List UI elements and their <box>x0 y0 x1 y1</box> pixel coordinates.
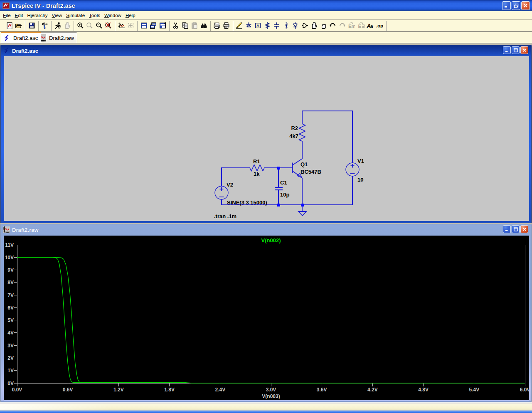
component-icon <box>301 22 308 29</box>
zoom-full-extents-button[interactable] <box>104 21 113 31</box>
zoom-full-extents-icon <box>105 22 112 29</box>
schematic-close-button[interactable] <box>520 46 528 54</box>
status-bar-highlight <box>0 403 112 410</box>
undo-button[interactable] <box>328 21 338 31</box>
zoom-in-button[interactable] <box>76 21 85 31</box>
toolbar-separator <box>137 21 138 31</box>
run-button[interactable] <box>53 21 63 31</box>
halt-button[interactable] <box>63 21 72 31</box>
x-tick-label: 2.4V <box>215 387 225 393</box>
print-preview-button[interactable] <box>212 21 222 31</box>
y-tick-label: 8V <box>7 280 14 285</box>
menu-item-window[interactable]: Window <box>102 12 123 19</box>
ground-button[interactable] <box>244 21 254 31</box>
mirror-icon: Em <box>348 22 355 29</box>
minimize-button[interactable] <box>502 1 511 10</box>
resistor-button[interactable] <box>263 21 272 31</box>
svg-text:.op: .op <box>376 23 383 28</box>
svg-text:a: a <box>370 23 373 29</box>
schematic-minimize-button[interactable] <box>503 46 511 54</box>
waveform-close-button[interactable] <box>520 225 528 233</box>
diode-button[interactable] <box>291 21 300 31</box>
menu-item-view[interactable]: View <box>50 12 64 19</box>
toolbar: AEmEEAa.op <box>0 20 532 32</box>
minimize-icon <box>504 3 509 8</box>
open-folder-button[interactable] <box>14 21 24 31</box>
label-C1-value: 10p <box>280 192 289 198</box>
mdi-client-area: Draft2.asc <box>0 43 532 403</box>
capacitor-button[interactable] <box>272 21 282 31</box>
taskbar-top-sliver <box>0 411 532 413</box>
new-schematic-button[interactable] <box>5 21 14 31</box>
trace-2 <box>17 257 525 383</box>
toolbar-separator <box>169 21 170 31</box>
move-icon <box>310 22 318 29</box>
text-icon: Aa <box>367 22 374 29</box>
restore-button[interactable] <box>512 1 520 10</box>
save-button[interactable] <box>27 21 37 31</box>
menu-item-edit[interactable]: Edit <box>13 12 25 19</box>
close-button[interactable] <box>521 1 530 10</box>
toolbar-separator <box>38 21 39 31</box>
zoom-in-icon <box>77 22 84 29</box>
inductor-button[interactable] <box>281 21 291 31</box>
label-net-button[interactable]: A <box>254 21 263 31</box>
menu-item-file[interactable]: File <box>1 12 13 19</box>
move-button[interactable] <box>310 21 319 31</box>
tile-vertically-button[interactable] <box>158 21 167 31</box>
svg-text:E: E <box>358 23 361 29</box>
toolbar-separator <box>233 21 233 31</box>
drag-button[interactable] <box>319 21 328 31</box>
tab-draft2-raw[interactable]: Draft2.raw <box>37 32 77 43</box>
zoom-out-button[interactable] <box>94 21 104 31</box>
redo-icon <box>339 22 346 29</box>
x-tick-label: 4.8V <box>418 387 429 393</box>
schematic-canvas[interactable]: R2 4k7 R1 1k Q1 BC547B C1 10p V2 SINE(3 … <box>4 56 529 221</box>
minimize-icon <box>505 48 509 52</box>
tab-draft2-asc[interactable]: Draft2.asc <box>1 32 41 43</box>
wire-button[interactable] <box>235 21 244 31</box>
plot-x-axis-title: V(n003) <box>262 393 280 399</box>
find-button[interactable] <box>199 21 209 31</box>
x-tick-label: 1.2V <box>113 387 124 393</box>
control-panel-icon <box>41 22 48 29</box>
menu-item-help[interactable]: Help <box>123 12 138 19</box>
toolbar-separator <box>74 21 74 31</box>
label-V1-ref: V1 <box>357 158 364 164</box>
close-icon <box>522 48 527 52</box>
spice-directive-button[interactable]: .op <box>375 21 384 31</box>
pan-button[interactable] <box>126 21 136 31</box>
print-button[interactable] <box>222 21 231 31</box>
rotate-button[interactable]: EE <box>356 21 366 31</box>
y-tick-label: 2V <box>7 355 14 361</box>
waveform-minimize-button[interactable] <box>503 225 511 233</box>
menu-item-tools[interactable]: Tools <box>87 12 102 19</box>
tile-horizontally-button[interactable] <box>139 21 149 31</box>
spice-directive-icon: .op <box>376 22 383 29</box>
text-button[interactable]: Aa <box>366 21 375 31</box>
waveform-maximize-button[interactable] <box>512 225 520 233</box>
mirror-button[interactable]: Em <box>347 21 357 31</box>
schematic-maximize-button[interactable] <box>512 46 520 54</box>
schematic-doc-icon <box>3 34 10 42</box>
document-tab-strip: Draft2.asc Draft2.raw <box>0 32 532 43</box>
menu-item-hierarchy[interactable]: Hierarchy <box>25 12 49 19</box>
autorange-y-axis-button[interactable] <box>117 21 126 31</box>
label-R1-ref: R1 <box>253 158 260 165</box>
label-C1-ref: C1 <box>280 179 287 186</box>
resistor-R2-symbol <box>299 124 305 141</box>
copy-button[interactable] <box>180 21 190 31</box>
svg-text:A: A <box>256 23 259 28</box>
control-panel-button[interactable] <box>40 21 50 31</box>
cascade-windows-button[interactable] <box>149 21 158 31</box>
zoom-back-button[interactable] <box>85 21 95 31</box>
redo-button[interactable] <box>337 21 347 31</box>
waveform-plot-area[interactable]: 0V1V2V3V4V5V6V7V8V9V10V11V0.0V0.6V1.2V1.… <box>4 236 529 400</box>
paste-button[interactable] <box>190 21 200 31</box>
menu-item-simulate[interactable]: Simulate <box>64 12 87 19</box>
cut-button[interactable] <box>171 21 181 31</box>
open-folder-icon <box>15 22 22 29</box>
plot-frame <box>14 245 525 386</box>
paste-icon <box>191 22 198 29</box>
component-button[interactable] <box>300 21 310 31</box>
